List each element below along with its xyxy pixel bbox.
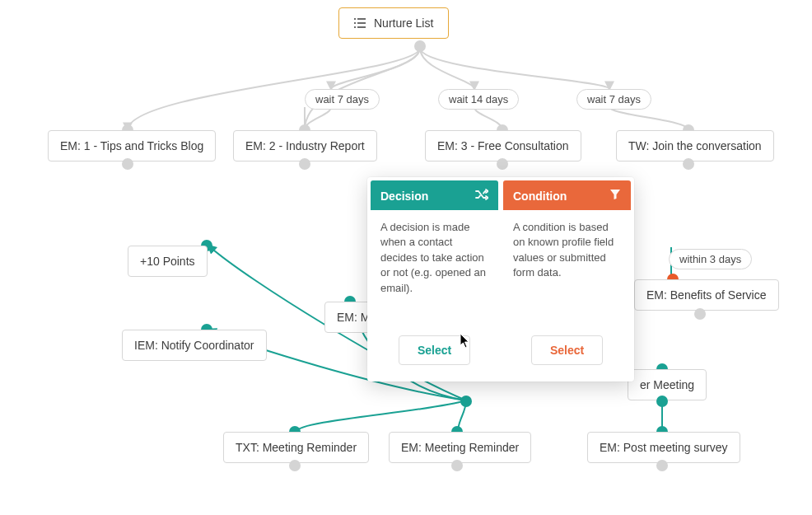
condition-card: Condition A condition is based on known … (503, 180, 631, 378)
port-meeting-out[interactable] (656, 396, 668, 407)
node-em3[interactable]: EM: 3 - Free Consultation (425, 130, 581, 162)
port-txtrem-out[interactable] (289, 460, 301, 471)
decision-card: Decision A decision is made when a conta… (371, 180, 498, 378)
decision-body: A decision is made when a contact decide… (371, 210, 498, 330)
node-em1[interactable]: EM: 1 - Tips and Tricks Blog (48, 130, 216, 162)
root-node-nurture-list[interactable]: Nurture List (338, 7, 449, 39)
list-icon (354, 18, 366, 28)
port-emrem-out[interactable] (451, 460, 463, 471)
svg-rect-1 (357, 18, 366, 20)
node-meeting-partial[interactable]: er Meeting (628, 369, 707, 400)
root-label: Nurture List (374, 16, 433, 30)
shuffle-icon (475, 189, 488, 203)
decision-select-button[interactable]: Select (399, 335, 470, 365)
port-benefits-out[interactable] (694, 308, 706, 320)
node-plus10-points[interactable]: +10 Points (128, 246, 208, 277)
condition-select-button[interactable]: Select (531, 335, 603, 365)
decision-condition-popup: Decision A decision is made when a conta… (367, 177, 634, 382)
svg-rect-5 (357, 26, 366, 28)
node-em-reminder[interactable]: EM: Meeting Reminder (389, 432, 531, 463)
node-txt-reminder[interactable]: TXT: Meeting Reminder (223, 432, 369, 463)
port-survey-out[interactable] (656, 460, 668, 471)
port-em1-out[interactable] (122, 158, 133, 170)
port-tw-out[interactable] (683, 158, 694, 170)
svg-rect-2 (354, 22, 356, 24)
filter-icon (609, 189, 621, 203)
wait-pill-3[interactable]: wait 7 days (576, 89, 651, 110)
port-em2-out[interactable] (299, 158, 310, 170)
condition-header: Condition (503, 180, 631, 210)
svg-rect-4 (354, 26, 356, 28)
condition-body: A condition is based on known profile fi… (503, 210, 631, 330)
node-em2[interactable]: EM: 2 - Industry Report (233, 130, 377, 162)
node-tw[interactable]: TW: Join the conversation (616, 130, 774, 162)
node-benefits[interactable]: EM: Benefits of Service (634, 279, 779, 311)
svg-rect-3 (357, 22, 366, 24)
wait-pill-2[interactable]: wait 14 days (438, 89, 519, 110)
node-iem-notify[interactable]: IEM: Notify Coordinator (122, 330, 267, 361)
decision-port-hub[interactable] (460, 396, 472, 407)
node-survey[interactable]: EM: Post meeting survey (587, 432, 740, 463)
wait-pill-1[interactable]: wait 7 days (305, 89, 380, 110)
decision-header: Decision (371, 180, 498, 210)
port-root-out[interactable] (414, 40, 426, 52)
condition-title: Condition (513, 190, 567, 203)
wait-pill-within3[interactable]: within 3 days (669, 249, 752, 269)
decision-title: Decision (380, 190, 428, 203)
svg-rect-0 (354, 18, 356, 20)
port-em3-out[interactable] (497, 158, 508, 170)
